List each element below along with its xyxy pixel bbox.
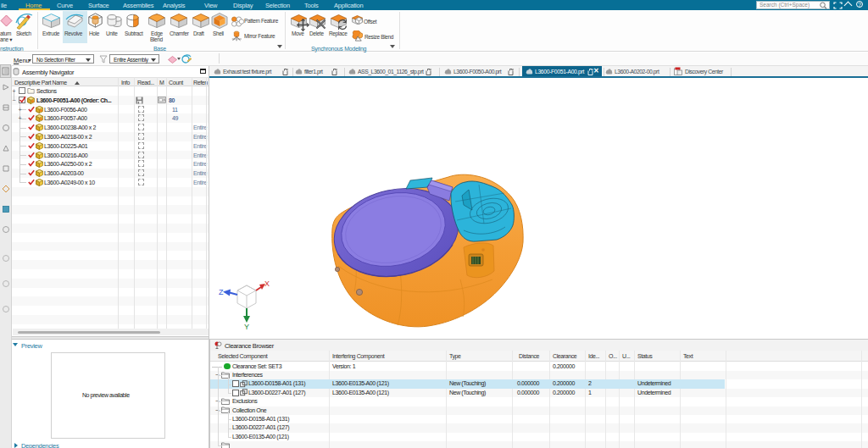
svg-text:Z: Z [219,288,224,296]
svg-text:X: X [264,279,270,288]
svg-text:Y: Y [244,323,249,330]
